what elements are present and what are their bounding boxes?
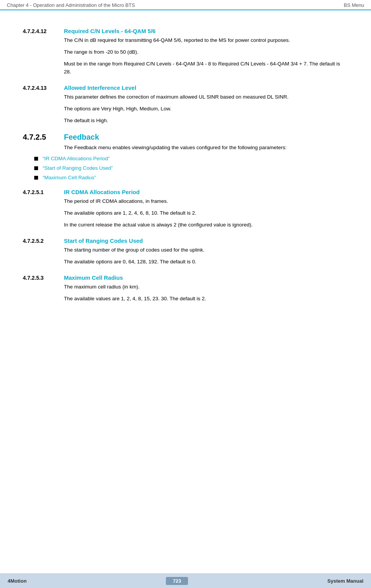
bullet-link-text[interactable]: “Start of Ranging Codes Used” <box>43 165 113 171</box>
footer-page-number: 723 <box>166 577 188 585</box>
paragraph-1: The range is from -20 to 50 (dB). <box>64 48 348 56</box>
paragraph-0: The period of IR CDMA allocations, in fr… <box>64 198 348 206</box>
paragraph-2: The default is High. <box>64 117 348 125</box>
paragraph-0: The Feedback menu enables viewing/updati… <box>64 144 348 152</box>
section-number: 4.7.2.5.2 <box>23 238 57 244</box>
section-number: 4.7.2.4.13 <box>23 85 57 91</box>
header-chapter: Chapter 4 - Operation and Administration… <box>7 2 135 8</box>
section-title: IR CDMA Allocations Period <box>64 189 140 195</box>
section-title: Maximum Cell Radius <box>64 274 123 281</box>
footer-left: 4Motion <box>8 578 27 584</box>
bullet-icon <box>34 166 38 170</box>
paragraph-2: In the current release the actual value … <box>64 221 348 229</box>
section-title: Feedback <box>64 133 99 142</box>
paragraph-0: This parameter defines the correction of… <box>64 93 348 101</box>
bullet-item-1: “Start of Ranging Codes Used” <box>34 165 348 171</box>
paragraph-0: The starting number of the group of code… <box>64 246 348 254</box>
main-content: 4.7.2.4.12Required C/N Levels - 64-QAM 5… <box>0 10 371 337</box>
paragraph-0: The C/N in dB required for transmitting … <box>64 37 348 45</box>
bullet-list: “IR CDMA Allocations Period”“Start of Ra… <box>23 156 348 180</box>
section-number: 4.7.2.5.3 <box>23 275 57 281</box>
paragraph-1: The available options are 1, 2, 4, 6, 8,… <box>64 209 348 217</box>
paragraph-2: Must be in the range from Required C/N L… <box>64 60 348 76</box>
section-4-7-2-4-12: 4.7.2.4.12Required C/N Levels - 64-QAM 5… <box>23 28 348 76</box>
section-number: 4.7.2.5.1 <box>23 189 57 195</box>
section-4-7-2-4-13: 4.7.2.4.13Allowed Interference LevelThis… <box>23 84 348 125</box>
section-4-7-2-5-1: 4.7.2.5.1IR CDMA Allocations PeriodThe p… <box>23 189 348 229</box>
section-heading: 4.7.2.5.2Start of Ranging Codes Used <box>23 237 348 244</box>
section-number: 4.7.2.5 <box>23 133 57 142</box>
section-4-7-2-5-3: 4.7.2.5.3Maximum Cell RadiusThe maximum … <box>23 274 348 303</box>
bullet-link-text[interactable]: “IR CDMA Allocations Period” <box>43 156 110 161</box>
bullet-icon <box>34 157 38 161</box>
paragraph-1: The available values are 1, 2, 4, 8, 15,… <box>64 295 348 303</box>
section-title: Required C/N Levels - 64-QAM 5/6 <box>64 28 156 34</box>
bullet-icon <box>34 176 38 180</box>
bullet-item-0: “IR CDMA Allocations Period” <box>34 156 348 161</box>
section-4-7-2-5-2: 4.7.2.5.2Start of Ranging Codes UsedThe … <box>23 237 348 266</box>
section-number: 4.7.2.4.12 <box>23 28 57 34</box>
section-heading: 4.7.2.5.3Maximum Cell Radius <box>23 274 348 281</box>
bullet-link-text[interactable]: “Maximum Cell Radius” <box>43 175 96 180</box>
section-heading: 4.7.2.4.13Allowed Interference Level <box>23 84 348 91</box>
section-title: Allowed Interference Level <box>64 84 136 91</box>
bottom-bar: 4Motion 723 System Manual <box>0 574 371 588</box>
bullet-item-2: “Maximum Cell Radius” <box>34 175 348 180</box>
paragraph-0: The maximum cell radius (in km). <box>64 283 348 291</box>
top-bar: Chapter 4 - Operation and Administration… <box>0 0 371 10</box>
paragraph-1: The options are Very High, High, Medium,… <box>64 105 348 113</box>
section-heading: 4.7.2.4.12Required C/N Levels - 64-QAM 5… <box>23 28 348 34</box>
header-section: BS Menu <box>344 2 364 8</box>
paragraph-1: The available options are 0, 64, 128, 19… <box>64 258 348 266</box>
section-title: Start of Ranging Codes Used <box>64 237 143 244</box>
section-4-7-2-5: 4.7.2.5FeedbackThe Feedback menu enables… <box>23 133 348 180</box>
section-heading: 4.7.2.5Feedback <box>23 133 348 142</box>
section-heading: 4.7.2.5.1IR CDMA Allocations Period <box>23 189 348 195</box>
footer-right: System Manual <box>327 578 363 584</box>
